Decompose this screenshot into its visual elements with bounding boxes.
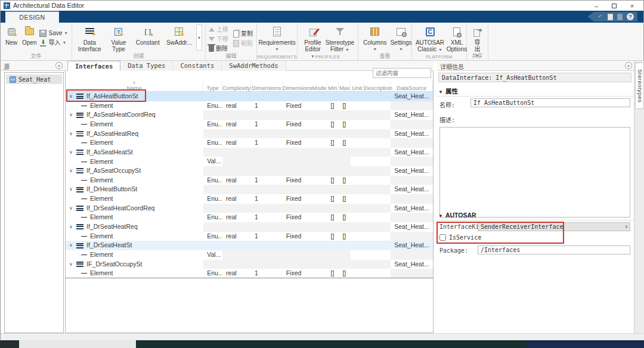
table-cell[interactable] — [283, 110, 327, 120]
table-cell[interactable] — [391, 120, 433, 129]
table-cell[interactable]: Seat_Heat... — [391, 129, 433, 139]
table-cell[interactable]: 1 — [251, 120, 283, 129]
table-cell[interactable] — [251, 204, 283, 213]
column-header-description[interactable]: Description — [364, 80, 391, 91]
table-cell[interactable] — [222, 204, 251, 213]
table-cell[interactable]: [] — [327, 176, 339, 185]
table-cell[interactable] — [222, 157, 251, 166]
expand-chevron-icon[interactable]: ∨ — [69, 222, 76, 232]
settings-button[interactable]: Settings ▼ — [388, 24, 413, 54]
table-cell[interactable]: real — [222, 269, 251, 278]
table-cell[interactable]: Fixed — [283, 232, 327, 241]
table-cell[interactable] — [364, 260, 391, 269]
table-cell[interactable] — [283, 250, 327, 260]
row-name-cell[interactable]: ∨If_DrSeatHeatReq — [66, 222, 203, 232]
table-cell[interactable] — [203, 92, 222, 101]
table-cell[interactable]: real — [222, 101, 251, 111]
table-cell[interactable] — [327, 260, 339, 269]
import-dropdown-icon[interactable]: ▼ — [62, 39, 66, 46]
table-cell[interactable]: [] — [339, 232, 351, 241]
table-cell[interactable] — [327, 157, 339, 166]
table-cell[interactable] — [351, 185, 364, 194]
table-cell[interactable]: 1 — [251, 194, 283, 204]
table-cell[interactable]: 1 — [251, 176, 283, 185]
table-cell[interactable] — [364, 110, 391, 120]
table-cell[interactable] — [339, 222, 351, 232]
new-button[interactable]: New — [4, 24, 19, 47]
table-cell[interactable]: Enu... — [203, 269, 222, 278]
table-cell[interactable] — [283, 148, 327, 157]
expand-chevron-icon[interactable]: ∨ — [69, 185, 76, 194]
table-cell[interactable] — [351, 120, 364, 129]
table-row-if_asseatheatst[interactable]: ∨If_AsSeatHeatStSeat_Heat... — [66, 148, 433, 157]
table-row-if_drseatheatreq[interactable]: ∨If_DrSeatHeatReqSeat_Heat... — [66, 222, 433, 232]
columns-button[interactable]: Columns ▼ — [361, 24, 388, 54]
table-row-if_drseatheatst[interactable]: ∨If_DrSeatHeatStSeat_Heat... — [66, 241, 433, 250]
row-name-cell[interactable]: ∨If_AsSeatHeatCoordReq — [66, 110, 203, 120]
move-down-button[interactable]: 下移 — [209, 35, 228, 43]
table-cell[interactable]: [] — [339, 120, 351, 129]
properties-section-header[interactable]: ▼属性 — [438, 86, 458, 95]
table-cell[interactable] — [251, 129, 283, 139]
column-header-type[interactable]: Type — [203, 80, 222, 91]
row-name-cell[interactable]: ∨If_AsSeatHeatReq — [66, 129, 203, 139]
table-cell[interactable] — [283, 166, 327, 176]
table-cell[interactable] — [351, 250, 364, 260]
table-row-if_asseatheatreq[interactable]: ∨If_AsSeatHeatReqSeat_Heat... — [66, 129, 433, 139]
table-cell[interactable]: Seat_Heat... — [391, 204, 433, 213]
table-cell[interactable] — [351, 166, 364, 176]
column-header-unit[interactable]: Unit — [351, 80, 364, 91]
table-cell[interactable] — [327, 241, 339, 250]
table-cell[interactable] — [364, 222, 391, 232]
table-cell[interactable] — [327, 250, 339, 260]
column-header-min[interactable]: Min — [327, 80, 339, 91]
column-header-dimensionsmode[interactable]: DimensionsMode — [283, 80, 327, 91]
table-cell[interactable] — [251, 185, 283, 194]
table-cell[interactable] — [364, 250, 391, 260]
table-cell[interactable] — [203, 204, 222, 213]
table-cell[interactable] — [364, 176, 391, 185]
expand-chevron-icon[interactable]: ∨ — [69, 148, 76, 157]
value-type-button[interactable]: T Value Type — [106, 24, 131, 54]
table-cell[interactable] — [251, 166, 283, 176]
table-cell[interactable] — [339, 110, 351, 120]
table-cell[interactable] — [351, 213, 364, 222]
minimize-button[interactable]: – — [587, 1, 605, 11]
table-cell[interactable] — [251, 222, 283, 232]
table-cell[interactable]: Fixed — [283, 120, 327, 129]
save-dropdown-icon[interactable]: ▼ — [64, 29, 68, 37]
paste-button[interactable]: 粘贴 — [233, 39, 253, 47]
table-row-if_asseatoccupyst[interactable]: ∨If_AsSeatOccupyStSeat_Heat... — [66, 166, 433, 176]
requirements-button[interactable]: Requirements ▼ — [260, 24, 294, 54]
table-cell[interactable]: [] — [339, 176, 351, 185]
table-cell[interactable]: 1 — [251, 101, 283, 111]
table-cell[interactable]: real — [222, 232, 251, 241]
data-interface-button[interactable]: Data Interface — [75, 24, 104, 54]
tab-design[interactable]: DESIGN — [5, 11, 59, 23]
table-cell[interactable]: real — [222, 213, 251, 222]
table-cell[interactable] — [364, 92, 391, 101]
table-cell[interactable] — [391, 250, 433, 260]
autosar-section-header[interactable]: ▼AUTOSAR — [438, 212, 476, 219]
table-cell[interactable]: Fixed — [283, 194, 327, 204]
table-cell[interactable]: [] — [339, 194, 351, 204]
table-cell[interactable] — [364, 138, 391, 148]
table-cell[interactable]: 1 — [251, 138, 283, 148]
table-cell[interactable] — [327, 148, 339, 157]
details-collapse-icon[interactable]: ▾ — [625, 62, 632, 69]
row-name-cell[interactable]: —Element — [66, 213, 203, 222]
table-cell[interactable]: 1 — [251, 232, 283, 241]
table-cell[interactable] — [251, 260, 283, 269]
table-row-element[interactable]: —ElementEnu...real1Fixed[][] — [66, 120, 433, 129]
table-cell[interactable] — [203, 222, 222, 232]
table-cell[interactable] — [364, 204, 391, 213]
table-cell[interactable]: 1 — [251, 269, 283, 278]
table-cell[interactable]: Fixed — [283, 101, 327, 111]
copy-button[interactable]: 复制 — [233, 30, 253, 38]
table-cell[interactable] — [339, 148, 351, 157]
tree-item-seat-heat[interactable]: Seat_Heat — [6, 74, 62, 84]
table-cell[interactable]: Enu... — [203, 176, 222, 185]
row-name-cell[interactable]: —Element — [66, 138, 203, 148]
table-cell[interactable] — [351, 138, 364, 148]
table-cell[interactable] — [222, 166, 251, 176]
